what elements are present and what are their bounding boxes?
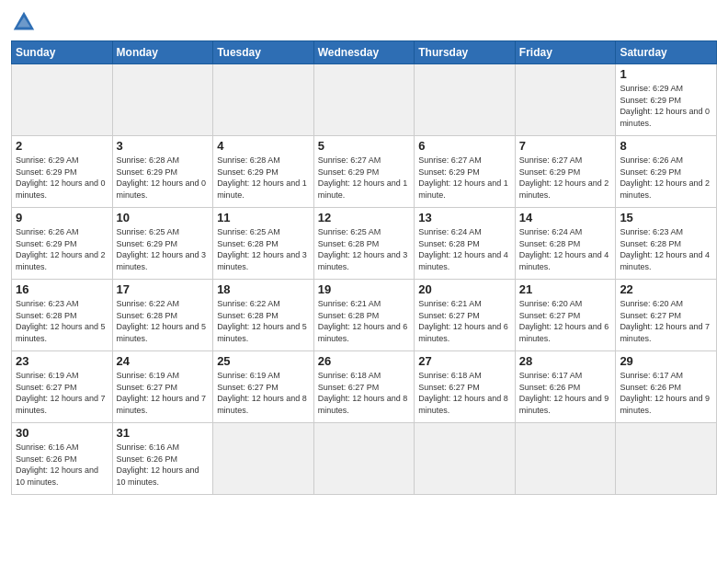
calendar-day	[213, 423, 314, 495]
calendar-day	[313, 423, 415, 495]
day-info: Sunrise: 6:16 AMSunset: 6:26 PMDaylight:…	[117, 442, 210, 488]
day-info: Sunrise: 6:18 AMSunset: 6:27 PMDaylight:…	[418, 370, 511, 416]
weekday-header: Thursday	[415, 41, 516, 64]
calendar-day: 4Sunrise: 6:28 AMSunset: 6:29 PMDaylight…	[213, 136, 314, 208]
day-number: 16	[16, 282, 108, 296]
calendar-day: 24Sunrise: 6:19 AMSunset: 6:27 PMDayligh…	[112, 351, 213, 423]
calendar-day: 12Sunrise: 6:25 AMSunset: 6:28 PMDayligh…	[313, 208, 415, 280]
calendar-day: 8Sunrise: 6:26 AMSunset: 6:29 PMDaylight…	[616, 136, 717, 208]
calendar-day: 29Sunrise: 6:17 AMSunset: 6:26 PMDayligh…	[616, 351, 717, 423]
weekday-header: Tuesday	[213, 41, 314, 64]
calendar-week: 30Sunrise: 6:16 AMSunset: 6:26 PMDayligh…	[12, 423, 717, 495]
day-info: Sunrise: 6:22 AMSunset: 6:28 PMDaylight:…	[117, 298, 210, 344]
day-number: 14	[519, 211, 612, 224]
calendar-day: 25Sunrise: 6:19 AMSunset: 6:27 PMDayligh…	[213, 351, 314, 423]
day-info: Sunrise: 6:28 AMSunset: 6:29 PMDaylight:…	[117, 155, 210, 201]
day-number: 30	[16, 426, 108, 440]
calendar-body: 1Sunrise: 6:29 AMSunset: 6:29 PMDaylight…	[12, 64, 717, 495]
calendar-day	[616, 423, 717, 495]
day-info: Sunrise: 6:22 AMSunset: 6:28 PMDaylight:…	[217, 298, 310, 344]
day-info: Sunrise: 6:19 AMSunset: 6:27 PMDaylight:…	[117, 370, 210, 416]
day-number: 20	[418, 282, 511, 296]
day-number: 22	[620, 282, 712, 296]
calendar-day: 18Sunrise: 6:22 AMSunset: 6:28 PMDayligh…	[213, 280, 314, 351]
day-number: 28	[519, 354, 612, 368]
day-info: Sunrise: 6:24 AMSunset: 6:28 PMDaylight:…	[418, 226, 511, 272]
day-number: 8	[620, 139, 712, 153]
calendar-header: SundayMondayTuesdayWednesdayThursdayFrid…	[12, 41, 717, 64]
calendar-day: 5Sunrise: 6:27 AMSunset: 6:29 PMDaylight…	[313, 136, 415, 208]
day-info: Sunrise: 6:27 AMSunset: 6:29 PMDaylight:…	[418, 155, 511, 201]
logo-icon	[11, 9, 37, 35]
day-info: Sunrise: 6:25 AMSunset: 6:28 PMDaylight:…	[318, 226, 411, 272]
calendar-day	[415, 64, 516, 136]
calendar-day: 23Sunrise: 6:19 AMSunset: 6:27 PMDayligh…	[12, 351, 113, 423]
day-number: 15	[620, 211, 712, 224]
header	[11, 9, 717, 35]
day-number: 29	[620, 354, 712, 368]
calendar-day	[213, 64, 314, 136]
calendar-day: 31Sunrise: 6:16 AMSunset: 6:26 PMDayligh…	[112, 423, 213, 495]
day-info: Sunrise: 6:28 AMSunset: 6:29 PMDaylight:…	[217, 155, 310, 201]
day-number: 27	[418, 354, 511, 368]
calendar-day: 22Sunrise: 6:20 AMSunset: 6:27 PMDayligh…	[616, 280, 717, 351]
day-number: 6	[418, 139, 511, 153]
day-number: 10	[117, 211, 210, 224]
calendar-day	[515, 423, 616, 495]
day-number: 9	[16, 211, 108, 224]
day-number: 19	[318, 282, 411, 296]
calendar-day: 14Sunrise: 6:24 AMSunset: 6:28 PMDayligh…	[515, 208, 616, 280]
calendar-day: 26Sunrise: 6:18 AMSunset: 6:27 PMDayligh…	[313, 351, 415, 423]
calendar-week: 9Sunrise: 6:26 AMSunset: 6:29 PMDaylight…	[12, 208, 717, 280]
day-info: Sunrise: 6:20 AMSunset: 6:27 PMDaylight:…	[519, 298, 612, 344]
calendar-day: 21Sunrise: 6:20 AMSunset: 6:27 PMDayligh…	[515, 280, 616, 351]
calendar-week: 2Sunrise: 6:29 AMSunset: 6:29 PMDaylight…	[12, 136, 717, 208]
calendar-day: 9Sunrise: 6:26 AMSunset: 6:29 PMDaylight…	[12, 208, 113, 280]
day-info: Sunrise: 6:19 AMSunset: 6:27 PMDaylight:…	[217, 370, 310, 416]
calendar-day: 1Sunrise: 6:29 AMSunset: 6:29 PMDaylight…	[616, 64, 717, 136]
day-info: Sunrise: 6:19 AMSunset: 6:27 PMDaylight:…	[16, 370, 108, 416]
calendar-week: 16Sunrise: 6:23 AMSunset: 6:28 PMDayligh…	[12, 280, 717, 351]
day-info: Sunrise: 6:26 AMSunset: 6:29 PMDaylight:…	[16, 226, 108, 272]
day-info: Sunrise: 6:25 AMSunset: 6:29 PMDaylight:…	[117, 226, 210, 272]
day-number: 26	[318, 354, 411, 368]
day-number: 12	[318, 211, 411, 224]
day-number: 5	[318, 139, 411, 153]
day-number: 24	[117, 354, 210, 368]
weekday-header: Saturday	[616, 41, 717, 64]
calendar-day: 7Sunrise: 6:27 AMSunset: 6:29 PMDaylight…	[515, 136, 616, 208]
calendar-day	[515, 64, 616, 136]
day-number: 7	[519, 139, 612, 153]
calendar-day: 13Sunrise: 6:24 AMSunset: 6:28 PMDayligh…	[415, 208, 516, 280]
day-info: Sunrise: 6:29 AMSunset: 6:29 PMDaylight:…	[620, 83, 712, 129]
calendar-day	[313, 64, 415, 136]
day-number: 11	[217, 211, 310, 224]
calendar-day: 27Sunrise: 6:18 AMSunset: 6:27 PMDayligh…	[415, 351, 516, 423]
calendar-day: 15Sunrise: 6:23 AMSunset: 6:28 PMDayligh…	[616, 208, 717, 280]
day-info: Sunrise: 6:17 AMSunset: 6:26 PMDaylight:…	[620, 370, 712, 416]
day-number: 31	[117, 426, 210, 440]
calendar-day: 28Sunrise: 6:17 AMSunset: 6:26 PMDayligh…	[515, 351, 616, 423]
calendar: SundayMondayTuesdayWednesdayThursdayFrid…	[11, 40, 717, 495]
day-number: 1	[620, 67, 712, 81]
day-number: 2	[16, 139, 108, 153]
day-info: Sunrise: 6:21 AMSunset: 6:28 PMDaylight:…	[318, 298, 411, 344]
calendar-day: 19Sunrise: 6:21 AMSunset: 6:28 PMDayligh…	[313, 280, 415, 351]
day-info: Sunrise: 6:27 AMSunset: 6:29 PMDaylight:…	[318, 155, 411, 201]
logo	[11, 9, 40, 35]
day-info: Sunrise: 6:18 AMSunset: 6:27 PMDaylight:…	[318, 370, 411, 416]
calendar-day	[112, 64, 213, 136]
day-info: Sunrise: 6:29 AMSunset: 6:29 PMDaylight:…	[16, 155, 108, 201]
calendar-day: 16Sunrise: 6:23 AMSunset: 6:28 PMDayligh…	[12, 280, 113, 351]
day-info: Sunrise: 6:23 AMSunset: 6:28 PMDaylight:…	[620, 226, 712, 272]
calendar-day	[415, 423, 516, 495]
calendar-day: 10Sunrise: 6:25 AMSunset: 6:29 PMDayligh…	[112, 208, 213, 280]
day-info: Sunrise: 6:24 AMSunset: 6:28 PMDaylight:…	[519, 226, 612, 272]
day-number: 13	[418, 211, 511, 224]
weekday-header: Wednesday	[313, 41, 415, 64]
day-number: 4	[217, 139, 310, 153]
calendar-week: 23Sunrise: 6:19 AMSunset: 6:27 PMDayligh…	[12, 351, 717, 423]
day-number: 17	[117, 282, 210, 296]
day-info: Sunrise: 6:20 AMSunset: 6:27 PMDaylight:…	[620, 298, 712, 344]
day-info: Sunrise: 6:26 AMSunset: 6:29 PMDaylight:…	[620, 155, 712, 201]
